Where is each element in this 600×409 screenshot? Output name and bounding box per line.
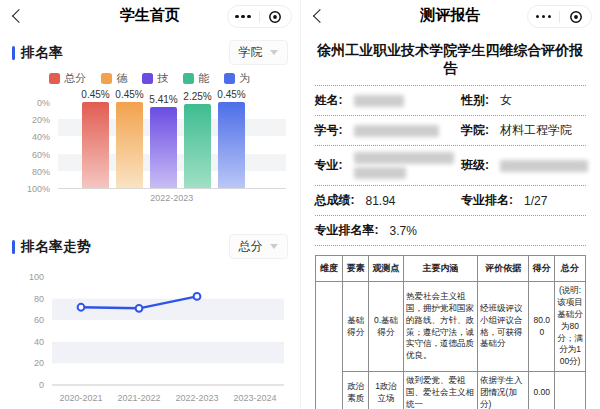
redacted-value [354,125,439,137]
table-cell [555,372,586,409]
bar-value-label: 0.45% [115,89,143,100]
section-trend-header: 排名率走势 总分 [12,234,288,259]
table-cell: 热爱社会主义祖国，拥护党和国家的路线、方针、政策；遵纪守法，诚实守信，道德品质优… [403,281,477,371]
evaluation-table: 维度要素观测点主要内涵评价依据得分总分 基础得分0.基础得分热爱社会主义祖国，拥… [315,255,587,409]
table-row: 基础得分0.基础得分热爱社会主义祖国，拥护党和国家的路线、方针、政策；遵纪守法，… [315,281,586,371]
legend-swatch [101,73,112,84]
evaluation-table-body: 基础得分0.基础得分热爱社会主义祖国，拥护党和国家的路线、方针、政策；遵纪守法，… [315,281,586,409]
legend-swatch [183,73,194,84]
college-filter-dropdown[interactable]: 学院 [229,40,288,65]
field-label: 学院: [461,122,489,139]
legend-label: 为 [239,71,250,86]
bar-技 [150,107,177,188]
y-tick-label: 0% [37,98,50,108]
college-filter-value: 学院 [239,44,263,61]
app-stage: 学生首页 排名率 学院 总分德技能为 0%20%40%60%80%100% 0.… [0,0,600,409]
x-tick-label: 2021-2022 [117,393,160,403]
line-chart-svg: 0204060801002020-20212021-20222022-20232… [6,265,296,409]
table-header-cell: 要素 [343,256,369,282]
table-cell: 1政治立场 [369,372,404,409]
y-tick-label: 20% [32,115,50,125]
field-label: 性别: [461,92,489,109]
y-tick-label: 80% [32,167,50,177]
blur-block [354,125,439,137]
y-tick-label: 60% [32,150,50,160]
miniprogram-capsule [527,5,592,28]
field-row: 学号:学院:材料工程学院 [315,115,587,145]
table-cell: 政治素质 [343,372,369,409]
bar-chart: 0%20%40%60%80%100% 0.45%0.45%5.41%2.25%0… [18,102,288,220]
y-tick-label: 100% [27,184,50,194]
chevron-down-icon [270,50,278,55]
chevron-down-icon [270,244,278,249]
field-label: 专业: [315,157,343,174]
field-value: 3.7% [390,224,417,238]
y-tick-label: 60 [34,315,44,325]
y-tick-label: 0 [39,380,44,390]
field-row: 专业:班级: [315,145,587,185]
field: 专业排名:1/27 [461,192,586,209]
blur-block [354,152,454,164]
close-target-icon[interactable] [560,10,591,24]
y-tick-label: 100 [29,272,44,282]
trend-metric-dropdown[interactable]: 总分 [229,234,288,259]
section-ranking-header: 排名率 学院 [12,40,288,65]
navbar-left: 学生首页 [0,0,300,30]
field: 专业: [315,152,462,179]
bar-能 [184,104,211,188]
bar-chart-legend: 总分德技能为 [0,71,300,86]
redacted-value [354,152,454,179]
table-header-cell: 得分 [529,256,555,282]
legend-item: 总分 [49,71,86,86]
line-chart: 0204060801002020-20212021-20222022-20232… [6,265,296,409]
field: 学院:材料工程学院 [461,122,586,139]
table-header-row: 维度要素观测点主要内涵评价依据得分总分 [315,256,586,282]
data-point-marker [78,304,85,311]
dimension-cell [315,281,343,409]
data-point-marker [194,293,201,300]
report-title: 徐州工业职业技术学院学生四维综合评价报告 [315,41,587,77]
y-tick-label: 40 [34,337,44,347]
table-header-cell: 评价依据 [478,256,529,282]
report-body: 徐州工业职业技术学院学生四维综合评价报告 姓名:性别:女学号:学院:材料工程学院… [301,41,600,409]
y-tick-label: 80 [34,294,44,304]
field: 学号: [315,122,462,139]
bar-chart-yaxis: 0%20%40%60%80%100% [18,102,54,188]
table-cell: 0.00 [529,372,555,409]
section-accent-bar [12,240,15,254]
section-accent-bar [12,46,15,60]
field-label: 班级: [461,157,489,174]
field: 总成绩:81.94 [315,192,462,209]
legend-label: 能 [198,71,209,86]
legend-item: 技 [142,71,168,86]
more-menu-icon[interactable] [528,15,559,18]
trend-metric-value: 总分 [239,238,263,255]
evaluation-table-head: 维度要素观测点主要内涵评价依据得分总分 [315,256,586,282]
bar-value-label: 2.25% [183,91,211,102]
blur-block [354,95,404,107]
table-header-cell: 主要内涵 [403,256,477,282]
legend-item: 能 [183,71,209,86]
field: 姓名: [315,92,462,109]
redacted-value [500,160,588,172]
table-cell: 经班级评议小组评议合格，可获得基础分 [478,281,529,371]
table-header-cell: 维度 [315,256,343,282]
field: 专业排名率:3.7% [315,222,462,239]
table-header-cell: 总分 [555,256,586,282]
legend-swatch [142,73,153,84]
screen-report: 测评报告 徐州工业职业技术学院学生四维综合评价报告 姓名:性别:女学号:学院:材… [301,0,600,409]
x-tick-label: 2020-2021 [59,393,102,403]
field: 班级: [461,157,588,174]
field: 性别:女 [461,92,586,109]
x-tick-label: 2023-2024 [233,393,276,403]
table-row: 政治素质1政治立场做到爱党、爱祖国、爱社会主义相统一依据学生入团情况(加分)0.… [315,372,586,409]
blur-block [500,160,588,172]
table-header-cell: 观测点 [369,256,404,282]
bar-value-label: 0.45% [81,89,109,100]
more-menu-icon[interactable] [228,15,259,18]
table-cell: 0.基础得分 [369,281,404,371]
navbar-right: 测评报告 [301,0,600,30]
legend-label: 总分 [64,71,86,86]
close-target-icon[interactable] [260,10,291,24]
field-row: 总成绩:81.94专业排名:1/27 [315,185,587,215]
